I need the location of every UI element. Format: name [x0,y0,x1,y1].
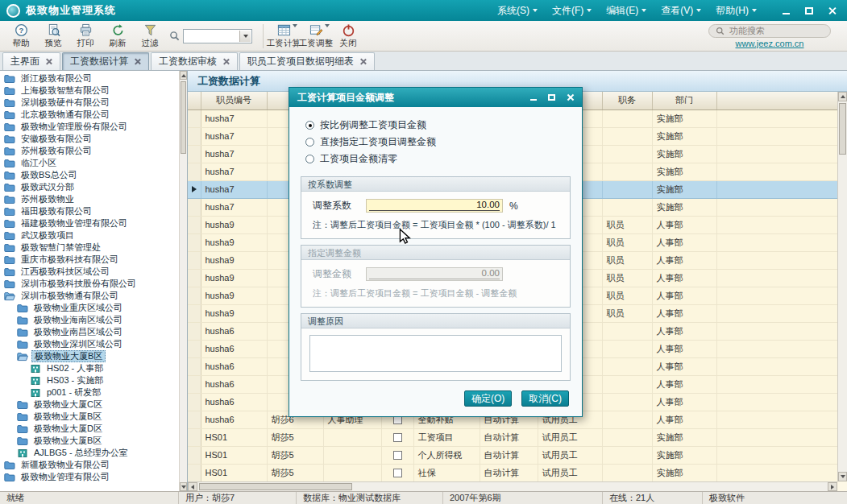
menu-item[interactable]: 编辑(E) [606,4,646,18]
tab-staff-salary-item-detail[interactable]: 职员工资项目数据明细表 [239,52,375,70]
tree-item[interactable]: 极致物业管理有限公司 [0,471,179,483]
filter-combo-input[interactable] [183,29,252,43]
row-checkbox[interactable] [393,433,402,442]
dialog-titlebar[interactable]: 工资计算项目金额调整 [289,88,582,107]
scroll-up-button[interactable] [180,71,187,80]
tree-item[interactable]: 北京极致物通有限公司 [0,109,179,121]
tree-item[interactable]: AJLBG5 - 总经理办公室 [0,447,179,459]
table-cell: 社保 [413,464,480,481]
tree-item[interactable]: 深圳极致硬件有限公司 [0,97,179,109]
window-maximize-button[interactable] [803,4,816,17]
scroll-left-button[interactable] [188,482,197,491]
toolbar-button-refresh[interactable]: 刷新 [102,22,134,51]
menu-item[interactable]: 帮助(H) [716,4,757,18]
tree-item[interactable]: 苏州极致物业 [0,193,179,205]
window-minimize-button[interactable] [779,4,792,17]
tree-item[interactable]: 新疆极致物业有限公司 [0,459,179,471]
tree-item[interactable]: 极致物业大厦B区 [0,435,179,447]
reason-textarea[interactable] [309,335,562,372]
tree-item[interactable]: 江西极致科技区域公司 [0,266,179,278]
menu-item[interactable]: 系统(S) [497,4,538,18]
ok-button[interactable]: 确定(O) [464,390,512,407]
table-cell [716,216,837,233]
tab-close-icon[interactable] [359,58,367,65]
table-vertical-scrollbar[interactable] [837,92,847,481]
toolbar-button-filter[interactable]: 过滤 [134,22,166,51]
tree-item[interactable]: 深圳市极致科技股份有限公司 [0,278,179,290]
menu-item[interactable]: 查看(V) [661,4,701,18]
tree-item[interactable]: 苏州极致有限公司 [0,145,179,157]
column-header[interactable]: 部门 [652,92,716,109]
tree-item[interactable]: 极致武汉分部 [0,181,179,193]
dialog-maximize-button[interactable] [546,92,558,103]
tree-item[interactable]: 临江小区 [0,157,179,169]
table-row[interactable]: HS01胡莎5工资项目自动计算试用员工实施部 [188,428,837,446]
tree-item[interactable]: 极致物业大厦C区 [0,399,179,411]
toolbar-button-help[interactable]: ?帮助 [5,22,37,51]
table-row[interactable]: HS01胡莎5个人所得税自动计算试用员工实施部 [188,446,837,464]
row-selector [188,393,201,411]
tree-item[interactable]: 福田极致有限公司 [0,205,179,217]
tab-home[interactable]: 主界面 [2,52,60,70]
tree-item[interactable]: 安徽极致有限公司 [0,133,179,145]
tree-item[interactable]: 武汉极致项目 [0,229,179,242]
menu-item[interactable]: 文件(F) [552,4,592,18]
row-checkbox[interactable] [393,451,402,460]
row-checkbox[interactable] [393,469,402,477]
tab-salary-data-audit[interactable]: 工资数据审核 [151,52,238,70]
scrollbar-thumb[interactable] [199,483,352,490]
coefficient-input[interactable]: 10.00 [366,199,503,213]
tree-item[interactable]: 极致物业管理股份有限公司 [0,121,179,133]
radio-option-3[interactable]: 工资项目金额清零 [305,151,571,167]
tree-item[interactable]: 上海极致智慧有限公司 [0,85,179,97]
toolbar-button-close[interactable]: 关闭 [332,22,364,51]
function-search-input[interactable]: 功能搜索 [708,24,831,38]
scroll-right-button[interactable] [828,482,837,491]
tab-salary-data-calc[interactable]: 工资数据计算 [62,52,149,70]
scroll-down-button[interactable] [838,472,847,481]
tree-item[interactable]: 极致物业海南区域公司 [0,314,179,326]
window-close-button[interactable] [826,4,839,17]
radio-option-2[interactable]: 直接指定工资项目调整金额 [305,134,571,151]
column-header[interactable] [716,92,837,109]
toolbar-button-preview[interactable]: 预览 [37,22,69,51]
tree-item[interactable]: 福建极致物业管理有限公司 [0,217,179,229]
column-header[interactable]: 职员编号 [201,92,267,109]
tab-close-icon[interactable] [134,58,141,65]
tree-item[interactable]: 重庆市极致科技有限公司 [0,254,179,266]
scroll-down-button[interactable] [180,482,187,491]
scrollbar-thumb[interactable] [839,103,846,155]
dialog-window-controls [527,92,576,103]
tree-item[interactable]: 极致物业大厦D区 [0,423,179,435]
website-link[interactable]: www.jeez.com.cn [736,39,804,48]
tree-item[interactable]: HS03 - 实施部 [0,374,179,386]
table-row[interactable]: HS01胡莎5社保自动计算试用员工实施部 [188,464,837,481]
dialog-close-button[interactable] [564,92,576,103]
tree-item[interactable]: 极致BS总公司 [0,169,179,181]
tree-item[interactable]: 极致物业深圳区域公司 [0,338,179,350]
radio-option-1[interactable]: 按比例调整工资项目金额 [305,117,571,134]
toolbar-button-salary-calc[interactable]: 工资计算 [268,22,300,51]
tree-item[interactable]: p001 - 研发部 [0,386,179,399]
tree-item[interactable]: 极致物业大厦B区 [0,350,179,362]
tree-item[interactable]: 极致物业大厦B区 [0,411,179,423]
minimize-icon [783,13,790,14]
combo-dropdown-button[interactable] [239,31,251,42]
tree-item[interactable]: 浙江极致有限公司 [0,72,179,85]
tree-item[interactable]: 极致物业南昌区域公司 [0,326,179,338]
toolbar-button-print[interactable]: 打印 [69,22,102,51]
tree-item[interactable]: 极致物业重庆区域公司 [0,302,179,314]
tree-item[interactable]: 深圳市极致物通有限公司 [0,290,179,302]
table-horizontal-scrollbar[interactable] [188,481,837,491]
scrollbar-thumb[interactable] [181,81,186,154]
tab-close-icon[interactable] [222,58,230,65]
tree-item[interactable]: HS02 - 人事部 [0,362,179,374]
toolbar-button-salary-adjust[interactable]: 工资调整 [300,22,332,51]
scroll-up-button[interactable] [838,92,847,101]
column-header[interactable]: 职务 [602,92,652,109]
tab-close-icon[interactable] [45,58,52,65]
sidebar-scrollbar[interactable] [179,71,187,491]
tree-item[interactable]: 极致智慧门禁管理处 [0,242,179,254]
dialog-minimize-button[interactable] [527,92,539,103]
cancel-button[interactable]: 取消(C) [521,390,569,407]
